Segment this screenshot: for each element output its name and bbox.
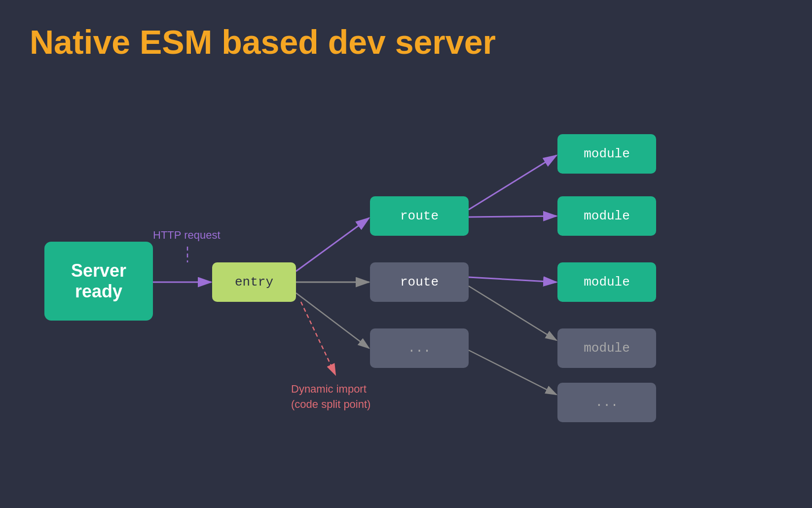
- diagram-area: Server ready entry route route ... modul…: [0, 99, 812, 483]
- http-request-label: HTTP request: [153, 229, 221, 242]
- module-1-box: module: [557, 134, 656, 174]
- module-2-label: module: [584, 209, 630, 223]
- svg-line-9: [469, 155, 556, 210]
- server-ready-box: Server ready: [44, 242, 153, 321]
- page-title: Native ESM based dev server: [30, 24, 496, 61]
- entry-box: entry: [212, 262, 296, 302]
- module-4-label: module: [584, 341, 630, 356]
- svg-line-11: [469, 277, 556, 282]
- route-green-box: route: [370, 196, 469, 236]
- entry-label: entry: [235, 275, 273, 290]
- svg-line-10: [469, 216, 556, 217]
- module-dots-label: ...: [595, 395, 619, 410]
- module-3-box: module: [557, 262, 656, 302]
- dynamic-import-label: Dynamic import (code split point): [291, 382, 370, 412]
- module-3-label: module: [584, 275, 630, 290]
- svg-line-12: [469, 286, 556, 340]
- route-green-label: route: [400, 209, 439, 223]
- svg-line-5: [296, 218, 369, 271]
- dots-label: ...: [408, 341, 431, 356]
- dots-box: ...: [370, 328, 469, 368]
- module-dots-box: ...: [557, 383, 656, 422]
- server-ready-label: Server ready: [71, 260, 126, 302]
- svg-line-8: [301, 302, 335, 375]
- route-gray-box: route: [370, 262, 469, 302]
- svg-line-13: [469, 350, 556, 395]
- route-gray-label: route: [400, 275, 439, 290]
- svg-line-7: [296, 293, 369, 348]
- module-4-box: module: [557, 328, 656, 368]
- module-1-label: module: [584, 146, 630, 161]
- module-2-box: module: [557, 196, 656, 236]
